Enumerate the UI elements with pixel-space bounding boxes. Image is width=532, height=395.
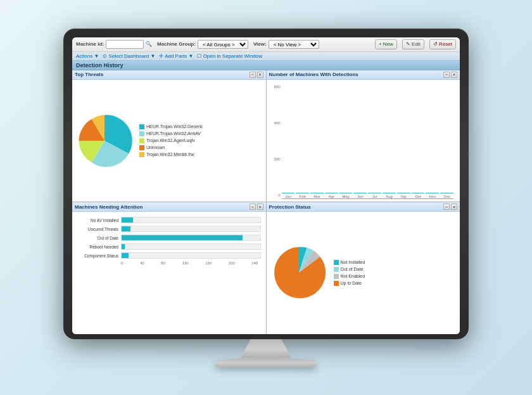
view-select[interactable]: < No View > — [269, 40, 319, 49]
hbar-label: Out of Date — [77, 236, 118, 240]
bar-month-label: Mar — [314, 195, 320, 198]
legend-label-3: Unknown — [146, 145, 165, 150]
panel-controls-3: − × — [250, 204, 263, 210]
action-bar: Actions ▼ ⊙ Select Dashboard ▼ ✛ Add Par… — [72, 52, 460, 61]
bar-month-label: Nov — [429, 195, 436, 198]
bar-col: Stp — [397, 193, 410, 198]
panel-protection: Protection Status − × — [267, 202, 460, 334]
hbar-row: Out of Date — [77, 235, 261, 241]
bar-month-label: Jun — [357, 195, 364, 198]
prot-color-2 — [334, 274, 339, 279]
bar — [426, 193, 439, 193]
panel-controls-2: − × — [443, 72, 457, 78]
legend-item-2: Trojan.Win32.Agent.uqfv — [139, 138, 203, 143]
prot-legend-2: Not Enabled — [334, 274, 365, 279]
panel-close-btn-4[interactable]: × — [451, 204, 457, 210]
legend-item-1: HEUR.Trojan.Win32.AntiAV — [139, 131, 203, 136]
x-axis-line — [282, 198, 454, 199]
panel-close-btn-2[interactable]: × — [451, 72, 457, 78]
hbar-row: Uncured Threats — [77, 226, 261, 232]
panel-minimize-btn-2[interactable]: − — [443, 72, 450, 78]
monitor-wrapper: Machine Id: 🔍 Machine Group: < All Group… — [63, 29, 469, 367]
panel-minimize-btn[interactable]: − — [250, 72, 256, 78]
panel-machines-header: Machines Needing Attention − × — [72, 202, 266, 212]
protection-section: Not Installed Out of Date Not Enabled — [270, 244, 457, 301]
search-icon[interactable]: 🔍 — [146, 41, 152, 47]
prot-legend-1: Out of Date — [334, 267, 365, 272]
panel-minimize-btn-4[interactable]: − — [443, 204, 450, 210]
toolbar: Machine Id: 🔍 Machine Group: < All Group… — [72, 37, 460, 52]
machine-id-input[interactable] — [106, 40, 144, 49]
hbar-fill — [122, 226, 130, 231]
panel-protection-title: Protection Status — [269, 204, 311, 210]
panel-machines-attention: Machines Needing Attention − × No AV Ins… — [72, 202, 266, 334]
prot-color-3 — [334, 281, 339, 286]
panel-top-threats-title: Top Threats — [75, 72, 103, 77]
legend-threats: HEUR.Trojan.Win32.Generic HEUR.Trojan.Wi… — [139, 124, 203, 157]
bar-col: May — [339, 193, 353, 198]
panel-top-threats-body: HEUR.Trojan.Win32.Generic HEUR.Trojan.Wi… — [72, 80, 266, 202]
bar-month-label: Jul — [372, 195, 377, 198]
open-window-button[interactable]: ☐ Open in Separate Window — [197, 53, 262, 59]
bar — [383, 193, 396, 193]
prot-legend-0: Not Installed — [334, 260, 365, 265]
view-field: View: < No View > — [253, 40, 319, 49]
panel-controls-4: − × — [443, 204, 457, 210]
legend-item-4: Trojan.Win32.Mentib.frw — [139, 152, 203, 157]
view-label: View: — [253, 41, 267, 47]
legend-color-2 — [139, 138, 144, 143]
actions-button[interactable]: Actions ▼ — [76, 53, 99, 59]
hbar-track — [121, 243, 261, 250]
panel-machines-title: Machines Needing Attention — [75, 204, 142, 210]
hbar-fill — [122, 253, 129, 258]
panel-detections: Number of Machines With Detections − × 6… — [267, 70, 460, 202]
panel-top-threats: Top Threats − × — [72, 70, 266, 202]
panel-close-btn[interactable]: × — [257, 72, 263, 78]
pie-section-threats: HEUR.Trojan.Win32.Generic HEUR.Trojan.Wi… — [76, 112, 262, 169]
bar-col: Feb — [296, 193, 309, 198]
section-header: Detection History — [72, 61, 460, 70]
legend-label-2: Trojan.Win32.Agent.uqfv — [146, 138, 195, 143]
hbar-chart: No AV InstalledUncured ThreatsOut of Dat… — [75, 214, 263, 332]
monitor-outer: Machine Id: 🔍 Machine Group: < All Group… — [63, 29, 469, 339]
bar-month-label: Aug — [386, 195, 393, 198]
hbar-row: No AV Installed — [77, 217, 261, 223]
bar-month-label: Dec — [443, 195, 450, 198]
prot-label-3: Up to Date — [341, 281, 362, 285]
prot-label-0: Not Installed — [341, 260, 365, 264]
pie-chart-protection — [270, 244, 327, 301]
machine-id-label: Machine Id: — [76, 41, 104, 47]
bar-col: Dec — [440, 193, 453, 198]
panel-close-btn-3[interactable]: × — [257, 204, 263, 210]
legend-color-4 — [139, 152, 144, 157]
prot-color-1 — [334, 267, 339, 272]
bar-month-label: Apr — [329, 195, 334, 198]
bar — [296, 193, 309, 193]
reset-button[interactable]: ↺ Reset — [429, 39, 456, 49]
prot-legend-3: Up to Date — [334, 281, 365, 286]
monitor-stand — [241, 339, 291, 358]
bar — [325, 193, 338, 193]
prot-label-1: Out of Date — [341, 267, 364, 271]
bar-month-label: Jan — [285, 195, 291, 198]
bar — [310, 193, 324, 193]
hbar-label: Component Status — [77, 254, 118, 258]
edit-button[interactable]: ✎ Edit — [402, 39, 424, 49]
hbar-label: Uncured Threats — [77, 227, 118, 231]
hbar-fill — [122, 235, 243, 240]
bar-month-label: Feb — [300, 195, 306, 198]
select-dashboard-button[interactable]: ⊙ Select Dashboard ▼ — [103, 53, 155, 59]
new-button[interactable]: + New — [375, 39, 397, 49]
bar-month-label: Stp — [401, 195, 407, 198]
add-parts-button[interactable]: ✛ Add Parts ▼ — [159, 53, 193, 59]
panel-controls: − × — [250, 72, 263, 78]
panel-minimize-btn-3[interactable]: − — [250, 204, 256, 210]
legend-protection: Not Installed Out of Date Not Enabled — [334, 260, 365, 286]
hbar-track — [121, 235, 261, 241]
bar-col: Mar — [310, 193, 324, 198]
bar-col: Apr — [325, 193, 338, 198]
hbar-track — [121, 252, 261, 259]
machine-group-select[interactable]: < All Groups > — [198, 40, 248, 49]
bar — [440, 193, 453, 193]
hbar-track — [121, 217, 261, 223]
